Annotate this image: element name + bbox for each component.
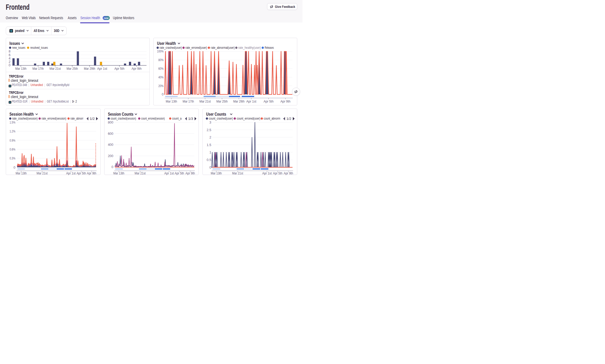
- svg-text:new_issues: new_issues: [12, 46, 25, 50]
- svg-text:Apr 1st: Apr 1st: [164, 171, 174, 175]
- svg-text:1.5%: 1.5%: [10, 121, 15, 124]
- svg-text:count_crashed(user): count_crashed(user): [209, 117, 233, 120]
- svg-text:Apr 5th: Apr 5th: [175, 171, 184, 175]
- svg-text:resolved_issues: resolved_issues: [30, 46, 48, 50]
- svg-text:Mar 21st: Mar 21st: [232, 171, 243, 175]
- svg-text:Apr 5th: Apr 5th: [76, 171, 86, 175]
- svg-text:Mar 17th: Mar 17th: [32, 67, 44, 71]
- svg-text:200: 200: [108, 154, 113, 158]
- svg-text:0: 0: [162, 93, 164, 96]
- svg-text:40%: 40%: [158, 76, 164, 79]
- svg-text:2: 2: [9, 60, 11, 64]
- svg-text:1.5: 1.5: [207, 143, 211, 147]
- svg-text:Apr 9th: Apr 9th: [280, 100, 290, 103]
- svg-text:count_errored(session): count_errored(session): [141, 117, 165, 120]
- svg-text:count_crashed(session): count_crashed(session): [111, 117, 136, 120]
- svg-text:2: 2: [210, 136, 211, 139]
- svg-text:0: 0: [14, 166, 15, 169]
- svg-text:Mar 29th: Mar 29th: [84, 67, 95, 71]
- svg-text:Apr 1st: Apr 1st: [246, 100, 256, 103]
- svg-text:Mar 13th: Mar 13th: [113, 171, 124, 175]
- svg-text:600: 600: [108, 132, 113, 136]
- svg-text:Mar 21st: Mar 21st: [200, 100, 211, 103]
- svg-text:Apr 9th: Apr 9th: [284, 171, 293, 175]
- svg-text:1: 1: [210, 151, 211, 154]
- svg-text:rate_crashed(user): rate_crashed(user): [160, 46, 182, 50]
- svg-text:8: 8: [9, 50, 11, 53]
- svg-text:0.5: 0.5: [207, 158, 211, 162]
- svg-text:4: 4: [9, 57, 11, 60]
- svg-text:Mar 13th: Mar 13th: [16, 171, 27, 175]
- svg-text:Apr 5th: Apr 5th: [264, 100, 274, 103]
- svg-text:Mar 13th: Mar 13th: [15, 67, 27, 71]
- svg-text:0: 0: [210, 166, 211, 169]
- svg-text:rate_healthy(user): rate_healthy(user): [238, 46, 261, 50]
- svg-text:0: 0: [9, 63, 11, 67]
- svg-text:Mar 17th: Mar 17th: [183, 100, 194, 103]
- svg-text:0: 0: [111, 165, 113, 169]
- svg-text:Mar 21st: Mar 21st: [134, 171, 145, 175]
- svg-text:Apr 9th: Apr 9th: [185, 171, 195, 175]
- svg-text:Mar 21st: Mar 21st: [49, 67, 61, 71]
- svg-text:1/3: 1/3: [188, 117, 193, 121]
- svg-text:100%: 100%: [157, 50, 164, 53]
- svg-text:Mar 25th: Mar 25th: [216, 100, 228, 103]
- svg-text:Apr 1st: Apr 1st: [66, 171, 76, 175]
- svg-text:Apr 5th: Apr 5th: [273, 171, 283, 175]
- svg-text:400: 400: [108, 143, 113, 147]
- svg-text:Apr 1st: Apr 1st: [97, 67, 107, 71]
- svg-text:1.2%: 1.2%: [10, 130, 15, 133]
- svg-text:Apr 9th: Apr 9th: [87, 171, 96, 175]
- svg-text:80%: 80%: [158, 58, 164, 62]
- svg-text:Apr 9th: Apr 9th: [132, 67, 142, 71]
- svg-text:3: 3: [210, 121, 211, 124]
- svg-text:Mar 21st: Mar 21st: [36, 171, 48, 175]
- svg-text:rate_abnorr: rate_abnorr: [70, 117, 83, 120]
- svg-text:0.9%: 0.9%: [10, 139, 15, 142]
- svg-text:Mar 29th: Mar 29th: [233, 100, 244, 103]
- svg-text:rate_crashed(session): rate_crashed(session): [12, 117, 38, 120]
- svg-text:1/2: 1/2: [286, 117, 291, 121]
- svg-text:count_a: count_a: [172, 117, 181, 120]
- svg-text:60%: 60%: [158, 67, 164, 71]
- svg-text:800: 800: [108, 121, 113, 124]
- svg-text:count_abnorm: count_abnorm: [264, 117, 280, 120]
- svg-text:Mar 25th: Mar 25th: [66, 67, 78, 71]
- svg-text:Mar 13th: Mar 13th: [166, 100, 177, 103]
- svg-text:0.3%: 0.3%: [10, 157, 15, 160]
- svg-text:Apr 1st: Apr 1st: [262, 171, 272, 175]
- svg-text:0.6%: 0.6%: [10, 148, 15, 151]
- svg-text:rate_errored(session): rate_errored(session): [41, 117, 66, 120]
- svg-text:rate_errored(user): rate_errored(user): [185, 46, 207, 50]
- svg-text:Mar 13th: Mar 13th: [211, 171, 222, 175]
- svg-text:20%: 20%: [158, 84, 164, 88]
- svg-text:count_errored(user): count_errored(user): [237, 117, 260, 120]
- svg-text:Apr 5th: Apr 5th: [114, 67, 124, 71]
- svg-text:2.5: 2.5: [207, 128, 211, 132]
- svg-text:6: 6: [9, 53, 11, 57]
- svg-text:rate_abnormal(user): rate_abnormal(user): [211, 46, 235, 50]
- svg-text:Releases: Releases: [265, 46, 274, 50]
- svg-text:1/2: 1/2: [90, 117, 95, 121]
